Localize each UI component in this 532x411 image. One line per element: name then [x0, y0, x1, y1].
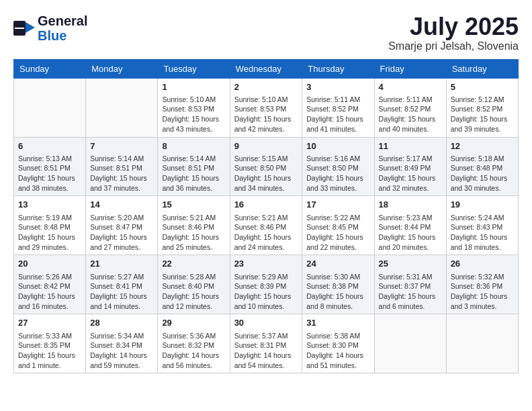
cell-info: Sunrise: 5:31 AMSunset: 8:37 PMDaylight:… [379, 272, 442, 312]
calendar-cell: 14Sunrise: 5:20 AMSunset: 8:47 PMDayligh… [86, 196, 158, 255]
calendar-cell: 21Sunrise: 5:27 AMSunset: 8:41 PMDayligh… [86, 255, 158, 314]
calendar-week-row: 20Sunrise: 5:26 AMSunset: 8:42 PMDayligh… [14, 255, 519, 314]
calendar-week-row: 13Sunrise: 5:19 AMSunset: 8:48 PMDayligh… [14, 196, 519, 255]
calendar-cell: 17Sunrise: 5:22 AMSunset: 8:45 PMDayligh… [302, 196, 374, 255]
month-title: July 2025 [388, 13, 519, 40]
day-number: 3 [306, 81, 369, 93]
calendar-week-row: 27Sunrise: 5:33 AMSunset: 8:35 PMDayligh… [14, 314, 519, 373]
day-number: 31 [306, 317, 369, 329]
day-number: 30 [234, 317, 298, 329]
day-number: 15 [162, 199, 225, 211]
day-header-saturday: Saturday [446, 59, 518, 78]
calendar-cell: 30Sunrise: 5:37 AMSunset: 8:31 PMDayligh… [230, 314, 302, 373]
calendar-cell: 12Sunrise: 5:18 AMSunset: 8:48 PMDayligh… [446, 137, 518, 196]
calendar-cell: 29Sunrise: 5:36 AMSunset: 8:32 PMDayligh… [158, 314, 230, 373]
day-number: 8 [162, 140, 225, 152]
calendar-cell: 24Sunrise: 5:30 AMSunset: 8:38 PMDayligh… [302, 255, 374, 314]
day-number: 16 [234, 199, 298, 211]
logo-general: General [38, 13, 87, 28]
cell-info: Sunrise: 5:27 AMSunset: 8:41 PMDaylight:… [90, 272, 153, 312]
logo-icon [13, 21, 35, 36]
calendar-cell [446, 314, 518, 373]
calendar-cell: 15Sunrise: 5:21 AMSunset: 8:46 PMDayligh… [158, 196, 230, 255]
calendar-cell: 19Sunrise: 5:24 AMSunset: 8:43 PMDayligh… [446, 196, 518, 255]
cell-info: Sunrise: 5:11 AMSunset: 8:52 PMDaylight:… [379, 95, 442, 134]
calendar-cell: 5Sunrise: 5:12 AMSunset: 8:52 PMDaylight… [446, 78, 518, 137]
day-number: 18 [379, 199, 442, 211]
day-number: 11 [379, 140, 442, 152]
cell-info: Sunrise: 5:36 AMSunset: 8:32 PMDaylight:… [162, 331, 225, 371]
day-header-thursday: Thursday [302, 59, 374, 78]
logo: General Blue [13, 13, 87, 43]
day-number: 6 [18, 140, 81, 152]
day-number: 14 [90, 199, 153, 211]
day-header-wednesday: Wednesday [230, 59, 302, 78]
day-number: 7 [90, 140, 153, 152]
calendar-cell: 7Sunrise: 5:14 AMSunset: 8:51 PMDaylight… [86, 137, 158, 196]
day-number: 1 [162, 81, 225, 93]
calendar-cell: 25Sunrise: 5:31 AMSunset: 8:37 PMDayligh… [374, 255, 446, 314]
calendar-cell: 31Sunrise: 5:38 AMSunset: 8:30 PMDayligh… [302, 314, 374, 373]
cell-info: Sunrise: 5:37 AMSunset: 8:31 PMDaylight:… [234, 331, 298, 371]
page-header: General Blue July 2025 Smarje pri Jelsah… [13, 13, 519, 52]
calendar-cell: 9Sunrise: 5:15 AMSunset: 8:50 PMDaylight… [230, 137, 302, 196]
location: Smarje pri Jelsah, Slovenia [388, 40, 519, 52]
day-number: 20 [18, 258, 81, 270]
cell-info: Sunrise: 5:21 AMSunset: 8:46 PMDaylight:… [162, 213, 225, 253]
calendar-cell: 28Sunrise: 5:34 AMSunset: 8:34 PMDayligh… [86, 314, 158, 373]
cell-info: Sunrise: 5:18 AMSunset: 8:48 PMDaylight:… [451, 154, 514, 193]
cell-info: Sunrise: 5:30 AMSunset: 8:38 PMDaylight:… [306, 272, 369, 312]
calendar-cell: 6Sunrise: 5:13 AMSunset: 8:51 PMDaylight… [14, 137, 86, 196]
day-number: 19 [451, 199, 514, 211]
calendar-cell: 8Sunrise: 5:14 AMSunset: 8:51 PMDaylight… [158, 137, 230, 196]
day-header-friday: Friday [374, 59, 446, 78]
day-number: 17 [306, 199, 369, 211]
day-number: 25 [379, 258, 442, 270]
cell-info: Sunrise: 5:10 AMSunset: 8:53 PMDaylight:… [162, 95, 225, 134]
calendar-week-row: 1Sunrise: 5:10 AMSunset: 8:53 PMDaylight… [14, 78, 519, 137]
cell-info: Sunrise: 5:24 AMSunset: 8:43 PMDaylight:… [451, 213, 514, 253]
cell-info: Sunrise: 5:38 AMSunset: 8:30 PMDaylight:… [306, 331, 369, 371]
day-number: 22 [162, 258, 225, 270]
cell-info: Sunrise: 5:28 AMSunset: 8:40 PMDaylight:… [162, 272, 225, 312]
logo-blue: Blue [38, 28, 87, 43]
day-number: 2 [234, 81, 298, 93]
calendar-table: SundayMondayTuesdayWednesdayThursdayFrid… [13, 59, 519, 374]
day-number: 23 [234, 258, 298, 270]
cell-info: Sunrise: 5:14 AMSunset: 8:51 PMDaylight:… [90, 154, 153, 193]
cell-info: Sunrise: 5:21 AMSunset: 8:46 PMDaylight:… [234, 213, 298, 253]
cell-info: Sunrise: 5:22 AMSunset: 8:45 PMDaylight:… [306, 213, 369, 253]
day-header-sunday: Sunday [14, 59, 86, 78]
day-header-tuesday: Tuesday [158, 59, 230, 78]
calendar-cell: 11Sunrise: 5:17 AMSunset: 8:49 PMDayligh… [374, 137, 446, 196]
cell-info: Sunrise: 5:16 AMSunset: 8:50 PMDaylight:… [306, 154, 369, 193]
cell-info: Sunrise: 5:10 AMSunset: 8:53 PMDaylight:… [234, 95, 298, 134]
cell-info: Sunrise: 5:32 AMSunset: 8:36 PMDaylight:… [451, 272, 514, 312]
cell-info: Sunrise: 5:14 AMSunset: 8:51 PMDaylight:… [162, 154, 225, 193]
day-number: 24 [306, 258, 369, 270]
day-number: 28 [90, 317, 153, 329]
day-header-monday: Monday [86, 59, 158, 78]
calendar-cell: 10Sunrise: 5:16 AMSunset: 8:50 PMDayligh… [302, 137, 374, 196]
calendar-cell: 2Sunrise: 5:10 AMSunset: 8:53 PMDaylight… [230, 78, 302, 137]
calendar-week-row: 6Sunrise: 5:13 AMSunset: 8:51 PMDaylight… [14, 137, 519, 196]
cell-info: Sunrise: 5:13 AMSunset: 8:51 PMDaylight:… [18, 154, 81, 193]
cell-info: Sunrise: 5:26 AMSunset: 8:42 PMDaylight:… [18, 272, 81, 312]
cell-info: Sunrise: 5:34 AMSunset: 8:34 PMDaylight:… [90, 331, 153, 371]
day-number: 10 [306, 140, 369, 152]
day-number: 13 [18, 199, 81, 211]
calendar-cell [374, 314, 446, 373]
svg-marker-1 [26, 22, 35, 33]
calendar-cell: 1Sunrise: 5:10 AMSunset: 8:53 PMDaylight… [158, 78, 230, 137]
day-number: 29 [162, 317, 225, 329]
calendar-cell [14, 78, 86, 137]
cell-info: Sunrise: 5:23 AMSunset: 8:44 PMDaylight:… [379, 213, 442, 253]
day-number: 4 [379, 81, 442, 93]
calendar-cell: 4Sunrise: 5:11 AMSunset: 8:52 PMDaylight… [374, 78, 446, 137]
calendar-cell: 22Sunrise: 5:28 AMSunset: 8:40 PMDayligh… [158, 255, 230, 314]
day-number: 5 [451, 81, 514, 93]
day-number: 12 [451, 140, 514, 152]
day-number: 9 [234, 140, 298, 152]
calendar-cell: 26Sunrise: 5:32 AMSunset: 8:36 PMDayligh… [446, 255, 518, 314]
calendar-cell: 16Sunrise: 5:21 AMSunset: 8:46 PMDayligh… [230, 196, 302, 255]
